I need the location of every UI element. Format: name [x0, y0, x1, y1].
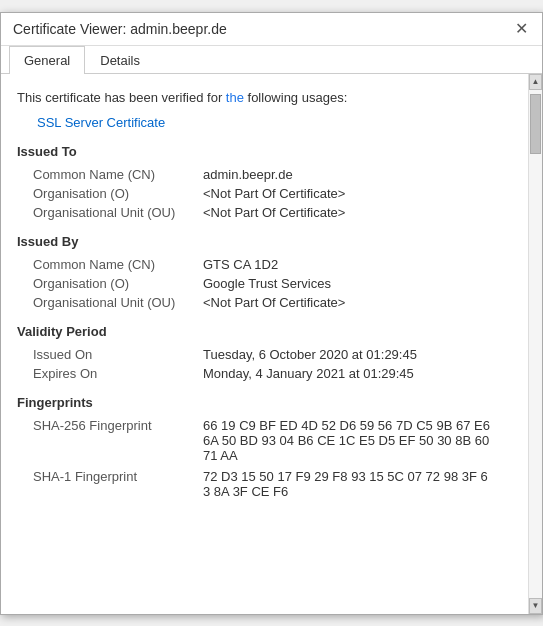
issued-by-o-value: Google Trust Services — [203, 276, 331, 291]
scrollbar[interactable]: ▲ ▼ — [528, 74, 542, 614]
main-content: This certificate has been verified for t… — [1, 74, 528, 614]
validity-expires-label: Expires On — [33, 366, 203, 381]
validity-expires-value: Monday, 4 January 2021 at 01:29:45 — [203, 366, 414, 381]
sha256-label: SHA-256 Fingerprint — [33, 418, 203, 433]
issued-to-cn: Common Name (CN) admin.beepr.de — [33, 167, 512, 182]
validity-issued: Issued On Tuesday, 6 October 2020 at 01:… — [33, 347, 512, 362]
content-wrapper: This certificate has been verified for t… — [1, 74, 542, 614]
issued-by-ou-label: Organisational Unit (OU) — [33, 295, 203, 310]
issued-by-cn-value: GTS CA 1D2 — [203, 257, 278, 272]
issued-to-ou-value: <Not Part Of Certificate> — [203, 205, 345, 220]
verified-text: This certificate has been verified for t… — [17, 88, 512, 108]
issued-by-ou: Organisational Unit (OU) <Not Part Of Ce… — [33, 295, 512, 310]
issued-by-o: Organisation (O) Google Trust Services — [33, 276, 512, 291]
scrollbar-track[interactable] — [529, 90, 542, 598]
fingerprints-header: Fingerprints — [17, 395, 512, 410]
scrollbar-thumb[interactable] — [530, 94, 541, 154]
issued-to-o: Organisation (O) <Not Part Of Certificat… — [33, 186, 512, 201]
issued-by-o-label: Organisation (O) — [33, 276, 203, 291]
sha1-row: SHA-1 Fingerprint 72 D3 15 50 17 F9 29 F… — [33, 469, 512, 499]
issued-by-cn-label: Common Name (CN) — [33, 257, 203, 272]
certificate-dialog: Certificate Viewer: admin.beepr.de ✕ Gen… — [0, 12, 543, 615]
verified-text-after: following usages: — [244, 90, 347, 105]
verified-text-highlight: the — [226, 90, 244, 105]
issued-by-header: Issued By — [17, 234, 512, 249]
issued-by-cn: Common Name (CN) GTS CA 1D2 — [33, 257, 512, 272]
dialog-title: Certificate Viewer: admin.beepr.de — [13, 21, 227, 37]
issued-to-ou: Organisational Unit (OU) <Not Part Of Ce… — [33, 205, 512, 220]
issued-to-o-label: Organisation (O) — [33, 186, 203, 201]
issued-by-ou-value: <Not Part Of Certificate> — [203, 295, 345, 310]
scrollbar-up-arrow[interactable]: ▲ — [529, 74, 542, 90]
validity-expires: Expires On Monday, 4 January 2021 at 01:… — [33, 366, 512, 381]
sha256-row: SHA-256 Fingerprint 66 19 C9 BF ED 4D 52… — [33, 418, 512, 463]
issued-to-ou-label: Organisational Unit (OU) — [33, 205, 203, 220]
validity-header: Validity Period — [17, 324, 512, 339]
validity-issued-label: Issued On — [33, 347, 203, 362]
scrollbar-down-arrow[interactable]: ▼ — [529, 598, 542, 614]
issued-to-o-value: <Not Part Of Certificate> — [203, 186, 345, 201]
verified-text-before: This certificate has been verified for — [17, 90, 226, 105]
tab-general[interactable]: General — [9, 46, 85, 74]
sha256-value: 66 19 C9 BF ED 4D 52 D6 59 56 7D C5 9B 6… — [203, 418, 493, 463]
validity-issued-value: Tuesday, 6 October 2020 at 01:29:45 — [203, 347, 417, 362]
title-bar: Certificate Viewer: admin.beepr.de ✕ — [1, 13, 542, 46]
tab-bar: General Details — [1, 46, 542, 74]
tab-details[interactable]: Details — [85, 46, 155, 74]
issued-to-cn-value: admin.beepr.de — [203, 167, 293, 182]
sha1-value: 72 D3 15 50 17 F9 29 F8 93 15 5C 07 72 9… — [203, 469, 493, 499]
usage-item: SSL Server Certificate — [37, 115, 512, 130]
close-button[interactable]: ✕ — [513, 21, 530, 37]
issued-to-cn-label: Common Name (CN) — [33, 167, 203, 182]
sha1-label: SHA-1 Fingerprint — [33, 469, 203, 484]
issued-to-header: Issued To — [17, 144, 512, 159]
